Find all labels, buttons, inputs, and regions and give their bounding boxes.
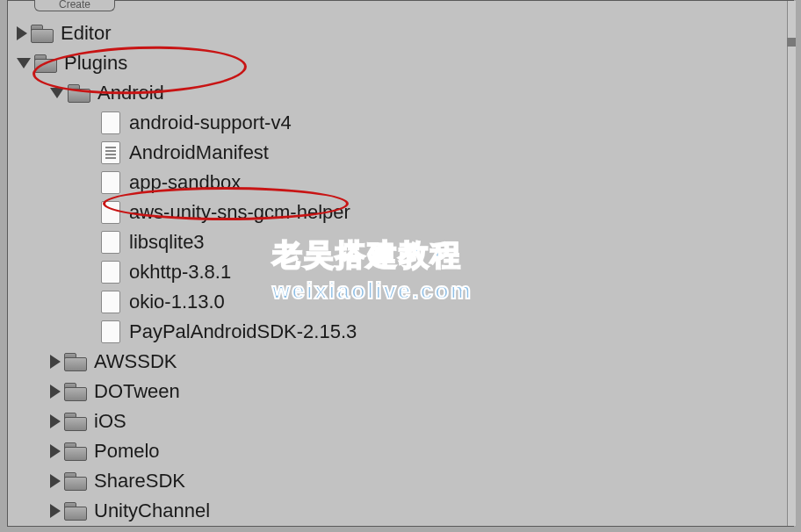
expand-arrow-icon[interactable] — [50, 414, 61, 428]
tree-item-file[interactable]: aws-unity-sns-gcm-helper — [17, 198, 781, 227]
file-icon — [101, 201, 120, 224]
expand-arrow-icon[interactable] — [17, 26, 27, 40]
tree-item-label: app-sandbox — [129, 171, 241, 194]
file-icon — [101, 291, 120, 313]
tree-item-android[interactable]: Android — [17, 78, 781, 108]
expand-arrow-icon[interactable] — [50, 474, 61, 488]
tree-item-label: iOS — [94, 410, 126, 433]
tree-item-folder[interactable]: DOTween — [17, 377, 781, 406]
tree-item-file[interactable]: okhttp-3.8.1 — [17, 257, 781, 287]
folder-icon — [64, 442, 87, 460]
tree-item-file[interactable]: android-support-v4 — [17, 108, 781, 138]
tree-item-label: Android — [97, 82, 164, 104]
file-icon — [101, 171, 120, 194]
folder-icon — [64, 413, 87, 430]
scrollbar-marker — [787, 38, 796, 47]
tree-item-folder[interactable]: ShareSDK — [17, 466, 781, 496]
tree-item-file[interactable]: okio-1.13.0 — [17, 287, 781, 317]
tree-item-plugins[interactable]: Plugins — [17, 48, 781, 78]
folder-icon — [34, 54, 57, 72]
file-icon — [101, 320, 120, 343]
tree-item-label: okhttp-3.8.1 — [129, 261, 231, 284]
tree-item-label: AWSSDK — [94, 350, 177, 373]
tree-item-folder[interactable]: AWSSDK — [17, 347, 781, 377]
folder-icon — [64, 472, 87, 490]
tree-item-label: okio-1.13.0 — [129, 291, 225, 313]
file-icon — [101, 111, 120, 134]
file-icon — [101, 231, 120, 254]
tree-item-label: DOTween — [94, 380, 180, 403]
tab-create[interactable]: Create — [34, 0, 115, 11]
file-icon — [101, 261, 120, 284]
tree-item-label: libsqlite3 — [129, 231, 205, 254]
tree-item-label: ShareSDK — [94, 470, 185, 492]
tree-item-label: PayPalAndroidSDK-2.15.3 — [129, 320, 357, 343]
tree-item-file[interactable]: libsqlite3 — [17, 227, 781, 257]
tree-item-label: Editor — [61, 22, 111, 45]
folder-icon — [31, 25, 54, 42]
manifest-file-icon — [101, 141, 120, 164]
tree-item-folder[interactable]: UnityChannel — [17, 496, 781, 526]
project-panel: Create Editor Plugins Android android-su… — [7, 0, 794, 527]
tree-item-label: Pomelo — [94, 440, 160, 463]
folder-tree: Editor Plugins Android android-support-v… — [17, 18, 781, 526]
tree-item-file[interactable]: AndroidManifest — [17, 138, 781, 168]
collapse-arrow-icon[interactable] — [50, 88, 64, 98]
folder-icon — [64, 353, 87, 370]
tree-item-label: AndroidManifest — [129, 141, 269, 164]
tree-item-label: UnityChannel — [94, 500, 210, 522]
tree-item-folder[interactable]: iOS — [17, 406, 781, 436]
vertical-scrollbar[interactable] — [787, 1, 796, 526]
folder-icon — [64, 502, 87, 520]
folder-icon — [68, 84, 90, 102]
tree-item-label: android-support-v4 — [129, 111, 292, 134]
tree-item-label: Plugins — [64, 52, 127, 75]
tree-item-folder[interactable]: Pomelo — [17, 436, 781, 466]
tree-item-file[interactable]: PayPalAndroidSDK-2.15.3 — [17, 317, 781, 347]
tree-item-file[interactable]: app-sandbox — [17, 168, 781, 198]
tree-item-editor[interactable]: Editor — [17, 18, 781, 48]
collapse-arrow-icon[interactable] — [17, 58, 31, 68]
expand-arrow-icon[interactable] — [50, 504, 61, 518]
expand-arrow-icon[interactable] — [50, 385, 61, 399]
expand-arrow-icon[interactable] — [50, 355, 61, 369]
expand-arrow-icon[interactable] — [50, 444, 61, 458]
folder-icon — [64, 383, 87, 400]
tree-item-label: aws-unity-sns-gcm-helper — [129, 201, 350, 224]
